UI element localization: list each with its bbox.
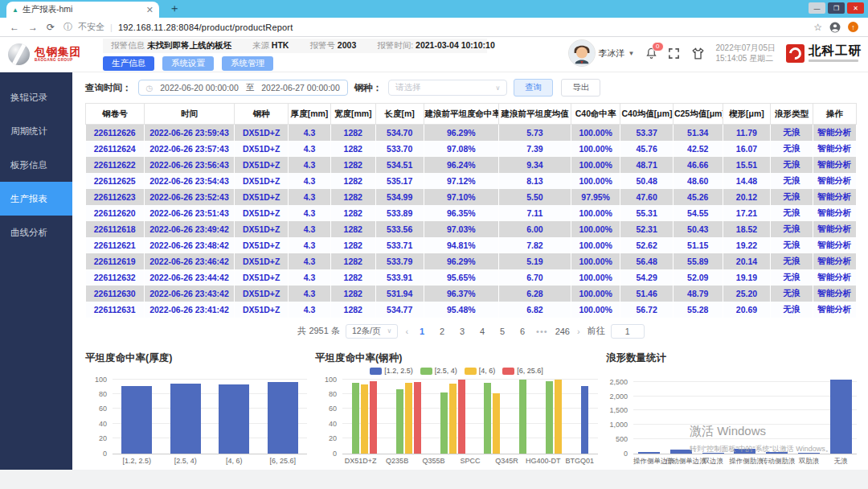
table-cell: 1282 bbox=[330, 221, 375, 237]
column-header: 长度[m] bbox=[375, 104, 424, 125]
info-icon[interactable]: ⓘ bbox=[63, 21, 72, 33]
page-number-2[interactable]: 2 bbox=[436, 327, 448, 336]
smart-analysis-link[interactable]: 智能分析 bbox=[813, 221, 856, 237]
back-icon[interactable]: ← bbox=[10, 22, 19, 33]
table-cell: 226112625 bbox=[86, 173, 145, 189]
security-label: 不安全 bbox=[78, 21, 104, 33]
page-number-3[interactable]: 3 bbox=[456, 327, 469, 336]
x-tick-label: [4, 6) bbox=[210, 457, 259, 465]
browser-update-icon[interactable]: ↑ bbox=[848, 22, 858, 32]
column-header: 建浪前平坦度均值 bbox=[499, 104, 571, 125]
table-cell: 51.15 bbox=[673, 237, 723, 253]
screen: ▲ 生产报表-hmi ✕ ＋ — ❐ ✕ ← → ⟳ ⓘ 不安全 | 192.1… bbox=[0, 0, 868, 489]
table-cell: 无浪 bbox=[771, 253, 813, 269]
column-header: 建浪前平坦度命中率 bbox=[424, 104, 498, 125]
desktop-background bbox=[0, 470, 868, 489]
legend-item[interactable]: [4, 6) bbox=[465, 367, 496, 375]
smart-analysis-link[interactable]: 智能分析 bbox=[813, 237, 856, 253]
table-cell: 无浪 bbox=[771, 205, 813, 221]
nav-button-system-management[interactable]: 系统管理 bbox=[222, 56, 273, 71]
forward-icon[interactable]: → bbox=[28, 22, 38, 33]
table-cell: 1282 bbox=[330, 302, 375, 318]
table-cell: 4.3 bbox=[289, 141, 330, 157]
search-button[interactable]: 查询 bbox=[514, 79, 553, 97]
query-time-label: 查询时间： bbox=[85, 82, 132, 94]
sidebar-item-production-report[interactable]: 生产报表 bbox=[0, 182, 72, 216]
table-row: 2261126262022-06-26 23:59:43DX51D+Z4.312… bbox=[86, 125, 857, 141]
window-maximize-button[interactable]: ❐ bbox=[828, 2, 845, 14]
smart-analysis-link[interactable]: 智能分析 bbox=[813, 205, 856, 221]
table-cell: 96.24% bbox=[424, 157, 498, 173]
x-tick-label: SPCC bbox=[452, 457, 488, 465]
nav-button-production-info[interactable]: 生产信息 bbox=[103, 56, 154, 71]
smart-analysis-link[interactable]: 智能分析 bbox=[813, 253, 856, 269]
table-cell: 11.79 bbox=[723, 125, 771, 141]
notification-bell-button[interactable]: 0 bbox=[645, 47, 657, 60]
table-cell: 533.71 bbox=[375, 237, 424, 253]
end-time-input[interactable]: 2022-06-27 00:00:00 bbox=[261, 83, 340, 92]
smart-analysis-link[interactable]: 智能分析 bbox=[813, 125, 856, 141]
legend-item[interactable]: [6, 25.6] bbox=[502, 367, 543, 375]
table-cell: 4.3 bbox=[289, 125, 330, 141]
export-button[interactable]: 导出 bbox=[561, 79, 600, 97]
sidebar-item-strip-shape-info[interactable]: 板形信息 bbox=[0, 148, 72, 182]
legend-item[interactable]: [1.2, 2.5) bbox=[370, 367, 413, 375]
date-range-picker[interactable]: ◷ 2022-06-20 00:00:00 至 2022-06-27 00:00… bbox=[138, 80, 348, 96]
browser-tab[interactable]: ▲ 生产报表-hmi ✕ bbox=[6, 2, 159, 18]
goto-page-input[interactable]: 1 bbox=[611, 324, 645, 339]
page-number-4[interactable]: 4 bbox=[476, 327, 489, 336]
sidebar-item-cycle-statistics[interactable]: 周期统计 bbox=[0, 114, 72, 148]
table-cell: 52.09 bbox=[673, 269, 723, 286]
table-cell: 95.48% bbox=[424, 302, 498, 318]
address-bar[interactable]: ⓘ 不安全 | 192.168.11.28:8084/product/produ… bbox=[63, 21, 805, 33]
smart-analysis-link[interactable]: 智能分析 bbox=[813, 286, 856, 302]
next-page-button[interactable]: › bbox=[575, 327, 582, 336]
window-minimize-button[interactable]: — bbox=[809, 2, 825, 14]
legend-item[interactable]: [2.5, 4) bbox=[420, 367, 457, 375]
x-tick-label: [1.2, 2.5) bbox=[113, 457, 162, 465]
window-close-button[interactable]: ✕ bbox=[847, 2, 864, 14]
table-cell: 4.3 bbox=[289, 157, 330, 173]
prev-page-button[interactable]: ‹ bbox=[403, 327, 410, 336]
page-number-246[interactable]: 246 bbox=[555, 327, 570, 336]
nav-button-system-settings[interactable]: 系统设置 bbox=[162, 56, 214, 71]
sidebar-item-curve-analysis[interactable]: 曲线分析 bbox=[0, 216, 72, 249]
bookmark-star-icon[interactable]: ☆ bbox=[813, 22, 822, 33]
page-number-5[interactable]: 5 bbox=[496, 327, 509, 336]
column-header: 钢种 bbox=[235, 104, 289, 125]
table-cell: DX51D+Z bbox=[235, 269, 289, 286]
table-cell: 54.29 bbox=[620, 269, 673, 286]
bar-group-[1.2, 2.5) bbox=[121, 386, 152, 454]
smart-analysis-link[interactable]: 智能分析 bbox=[813, 157, 856, 173]
theme-shirt-icon[interactable] bbox=[690, 47, 706, 60]
bar bbox=[361, 384, 368, 454]
steel-grade-select[interactable]: 请选择 ∨ bbox=[388, 80, 507, 96]
reload-icon[interactable]: ⟳ bbox=[47, 22, 55, 33]
smart-analysis-link[interactable]: 智能分析 bbox=[813, 173, 856, 189]
smart-analysis-link[interactable]: 智能分析 bbox=[813, 141, 856, 157]
page-number-6[interactable]: 6 bbox=[516, 327, 529, 336]
column-header: 浪形类型 bbox=[771, 104, 813, 125]
table-cell: DX51D+Z bbox=[235, 221, 289, 237]
fullscreen-icon[interactable] bbox=[668, 47, 680, 60]
smart-analysis-link[interactable]: 智能分析 bbox=[813, 189, 856, 205]
table-cell: 226112626 bbox=[86, 125, 145, 141]
smart-analysis-link[interactable]: 智能分析 bbox=[813, 302, 856, 318]
table-body: 2261126262022-06-26 23:59:43DX51D+Z4.312… bbox=[86, 125, 857, 318]
start-time-input[interactable]: 2022-06-20 00:00:00 bbox=[160, 83, 239, 92]
page-number-1[interactable]: 1 bbox=[416, 327, 428, 336]
user-menu[interactable]: 李冰洋 ▼ bbox=[568, 39, 635, 67]
y-tick-label: 40 bbox=[99, 420, 107, 428]
profile-icon[interactable] bbox=[829, 22, 841, 33]
page-size-select[interactable]: 12条/页 ∨ bbox=[346, 324, 398, 339]
new-tab-button[interactable]: ＋ bbox=[169, 2, 180, 16]
tab-close-icon[interactable]: ✕ bbox=[146, 5, 154, 15]
bar bbox=[493, 393, 500, 454]
column-header: 时间 bbox=[144, 104, 234, 125]
table-cell: DX51D+Z bbox=[235, 157, 289, 173]
logo-subtitle: BAOGANG GROUP bbox=[35, 59, 81, 63]
y-tick-label: 1,500 bbox=[609, 406, 628, 414]
smart-analysis-link[interactable]: 智能分析 bbox=[813, 269, 856, 286]
table-cell: 52.31 bbox=[620, 221, 673, 237]
sidebar-item-roll-change-records[interactable]: 换辊记录 bbox=[0, 80, 72, 114]
